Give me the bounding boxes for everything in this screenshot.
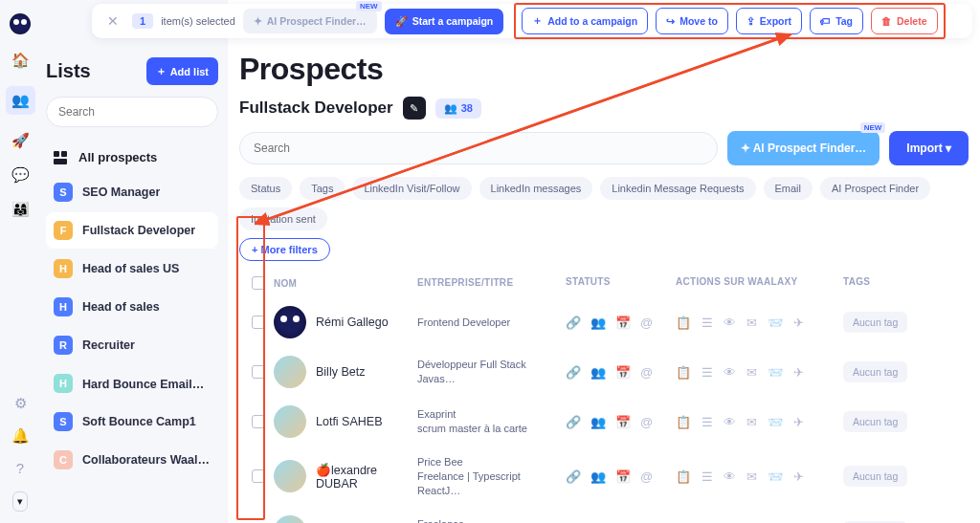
col-status[interactable]: STATUTS [566, 276, 676, 290]
rss-icon[interactable]: ☰ [702, 316, 713, 330]
mail-open-icon[interactable]: 📨 [768, 365, 783, 380]
group-icon[interactable]: 👥 [590, 365, 606, 380]
note-icon[interactable]: 📋 [676, 469, 691, 484]
mail-open-icon[interactable]: 📨 [768, 316, 783, 330]
table-row[interactable]: 🍎lexandre DUBAR Price BeeFreelance | Typ… [239, 447, 969, 507]
sidebar-list-item[interactable]: HHead of sales US [46, 251, 218, 287]
group-icon[interactable]: 👥 [590, 469, 606, 484]
row-checkbox[interactable] [252, 469, 265, 483]
at-icon[interactable]: @ [640, 365, 653, 380]
language-switch[interactable]: ▾ [12, 491, 28, 512]
group-icon[interactable]: 👥 [590, 415, 606, 429]
edit-list-button[interactable]: ✎ [403, 97, 426, 120]
mail-open-icon[interactable]: 📨 [768, 469, 783, 484]
send-icon[interactable]: ✈ [793, 469, 804, 484]
table-row[interactable]: Colin Courbe FreelanceDéveloppeur Shopif… [239, 507, 969, 523]
sidebar-list-item[interactable]: CCollaborateurs Waala… [46, 442, 218, 478]
table-row[interactable]: Rémi Gallego Frontend Developer 🔗👥📅@ 📋☰👁… [239, 297, 969, 347]
note-icon[interactable]: 📋 [676, 415, 691, 429]
import-button[interactable]: Import ▾ [889, 131, 969, 165]
eye-icon[interactable]: 👁 [724, 469, 736, 484]
envelope-icon[interactable]: ✉ [746, 316, 757, 330]
at-icon[interactable]: @ [640, 415, 653, 429]
row-checkbox[interactable] [252, 365, 265, 379]
col-name[interactable]: NOM [274, 276, 417, 290]
tag-pill[interactable]: Aucun tag [843, 361, 907, 382]
tag-button[interactable]: 🏷 Tag [810, 8, 863, 34]
sidebar-list-item[interactable]: HHard Bounce Emails ✖ [46, 365, 218, 402]
link-icon[interactable]: 🔗 [566, 365, 581, 380]
filter-pill[interactable]: Linkedin Message Requests [600, 177, 755, 200]
envelope-icon[interactable]: ✉ [746, 469, 757, 484]
add-to-campaign-button[interactable]: ＋ Add to a campaign [522, 8, 648, 34]
filter-pill[interactable]: LinkedIn messages [479, 177, 593, 200]
close-icon[interactable]: ✕ [101, 13, 124, 29]
eye-icon[interactable]: 👁 [724, 365, 736, 380]
add-list-button[interactable]: ＋Add list [146, 57, 218, 85]
link-icon[interactable]: 🔗 [566, 316, 581, 330]
col-company[interactable]: ENTREPRISE/TITRE [417, 276, 566, 290]
filter-pill[interactable]: AI Prospect Finder [820, 177, 930, 200]
all-prospects-item[interactable]: All prospects [46, 141, 218, 174]
tag-pill[interactable]: Aucun tag [843, 411, 907, 432]
link-icon[interactable]: 🔗 [566, 415, 581, 429]
nav-messages-icon[interactable]: 💬 [11, 166, 30, 184]
select-all-checkbox[interactable] [252, 276, 265, 290]
nav-prospects-icon[interactable]: 👥 [6, 86, 35, 115]
more-filters-button[interactable]: + More filters [239, 238, 330, 261]
filter-pill[interactable]: Status [239, 177, 292, 200]
at-icon[interactable]: @ [640, 316, 653, 330]
sidebar-list-item[interactable]: SSoft Bounce Camp1 [46, 403, 218, 440]
send-icon[interactable]: ✈ [793, 316, 804, 330]
rss-icon[interactable]: ☰ [702, 469, 713, 484]
table-row[interactable]: Billy Betz Développeur Full Stack Javas…… [239, 347, 969, 397]
sidebar-list-item[interactable]: SSEO Manager [46, 174, 218, 210]
sidebar-search-input[interactable] [46, 97, 218, 127]
nav-notifications-icon[interactable]: 🔔 [11, 427, 30, 445]
send-icon[interactable]: ✈ [793, 415, 804, 429]
col-actions[interactable]: ACTIONS SUR WAALAXY [676, 276, 843, 290]
rss-icon[interactable]: ☰ [702, 365, 713, 380]
ai-finder-button[interactable]: ✦ AI Prospect Finder…NEW [243, 9, 377, 33]
calendar-icon[interactable]: 📅 [615, 316, 631, 330]
rss-icon[interactable]: ☰ [702, 415, 713, 429]
note-icon[interactable]: 📋 [676, 365, 691, 380]
nav-home-icon[interactable]: 🏠 [11, 52, 30, 69]
move-to-button[interactable]: ↪ Move to [656, 8, 728, 34]
calendar-icon[interactable]: 📅 [615, 469, 631, 484]
prospect-search-input[interactable] [239, 132, 718, 164]
filter-pill[interactable]: Email [764, 177, 813, 200]
col-tags[interactable]: TAGS [843, 276, 965, 290]
link-icon[interactable]: 🔗 [566, 469, 581, 484]
envelope-icon[interactable]: ✉ [746, 415, 757, 429]
group-icon[interactable]: 👥 [590, 316, 606, 330]
row-checkbox[interactable] [252, 415, 265, 428]
delete-button[interactable]: 🗑 Delete [871, 8, 938, 34]
note-icon[interactable]: 📋 [676, 316, 691, 330]
ai-prospect-finder-button[interactable]: ✦ AI Prospect Finder…NEW [727, 131, 880, 165]
table-row[interactable]: Lotfi SAHEB Exaprintscrum master à la ca… [239, 397, 969, 447]
sidebar-list-item[interactable]: RRecruiter [46, 327, 218, 363]
nav-campaigns-icon[interactable]: 🚀 [11, 132, 30, 149]
tag-pill[interactable]: Aucun tag [843, 466, 907, 487]
sidebar-list-item[interactable]: HHead of sales [46, 289, 218, 325]
mail-open-icon[interactable]: 📨 [768, 415, 783, 429]
filter-pill[interactable]: Invitation sent [239, 207, 327, 230]
tag-pill[interactable]: Aucun tag [843, 312, 907, 333]
nav-settings-icon[interactable]: ⚙ [14, 395, 27, 412]
start-campaign-button[interactable]: 🚀 Start a campaign [385, 9, 504, 34]
calendar-icon[interactable]: 📅 [615, 415, 631, 429]
export-button[interactable]: ⇪ Export [736, 8, 802, 34]
eye-icon[interactable]: 👁 [724, 316, 736, 330]
nav-help-icon[interactable]: ? [16, 460, 24, 476]
calendar-icon[interactable]: 📅 [615, 365, 631, 380]
filter-pill[interactable]: Tags [300, 177, 345, 200]
at-icon[interactable]: @ [640, 469, 653, 484]
send-icon[interactable]: ✈ [793, 365, 804, 380]
envelope-icon[interactable]: ✉ [746, 365, 757, 380]
nav-team-icon[interactable]: 👨‍👩‍👧 [11, 201, 30, 218]
filter-pill[interactable]: LinkedIn Visit/Follow [352, 177, 471, 200]
eye-icon[interactable]: 👁 [724, 415, 736, 429]
row-checkbox[interactable] [252, 316, 265, 329]
sidebar-list-item[interactable]: FFullstack Developer [46, 212, 218, 249]
